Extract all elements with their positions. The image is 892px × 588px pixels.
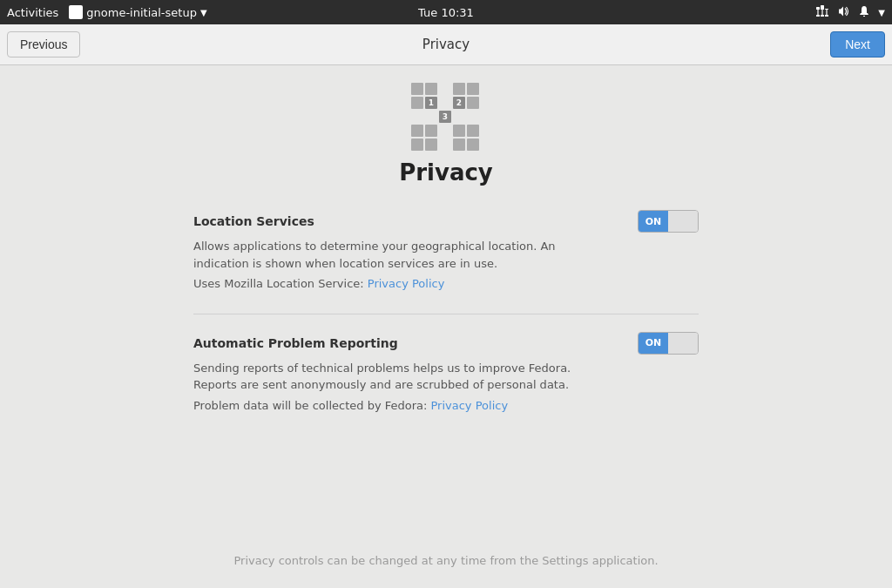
location-services-toggle[interactable]: ON	[638, 210, 699, 233]
privacy-icon: 1 2 3	[411, 83, 481, 145]
notification-icon[interactable]	[857, 4, 871, 21]
audio-icon[interactable]	[836, 4, 850, 21]
pixel-r2c3	[439, 97, 451, 109]
pixel-r4c2	[425, 125, 437, 137]
pixel-digit-2: 2	[453, 97, 465, 109]
next-button[interactable]: Next	[830, 31, 885, 57]
pixel-r3c5	[467, 111, 479, 123]
settings-divider	[193, 314, 699, 314]
auto-reporting-header: Automatic Problem Reporting ON	[193, 332, 699, 355]
topbar-time: Tue 10:31	[418, 6, 474, 19]
topbar-left: Activities gnome-initial-setup ▼	[7, 5, 207, 19]
app-name-area[interactable]: gnome-initial-setup ▼	[69, 5, 206, 19]
pixel-digit-3: 3	[439, 111, 451, 123]
topbar: Activities gnome-initial-setup ▼ Tue 10:…	[0, 0, 892, 24]
auto-reporting-label: Automatic Problem Reporting	[193, 336, 398, 350]
app-icon	[69, 5, 83, 19]
page-heading: Privacy	[399, 159, 493, 186]
main-content: 1 2 3 Privacy	[0, 65, 892, 588]
auto-reporting-row: Automatic Problem Reporting ON Sending r…	[193, 332, 699, 415]
topbar-right: ▼	[815, 4, 885, 21]
pixel-digit-1: 1	[425, 97, 437, 109]
auto-policy-link[interactable]: Privacy Policy	[431, 399, 509, 412]
pixel-r5c4	[453, 139, 465, 151]
pixel-r1c5	[467, 83, 479, 95]
system-menu-icon[interactable]: ▼	[878, 8, 885, 17]
auto-reporting-policy: Problem data will be collected by Fedora…	[193, 397, 629, 415]
auto-toggle-on-label: ON	[639, 333, 668, 354]
activities-button[interactable]: Activities	[7, 6, 58, 19]
settings-container: Location Services ON Allows applications…	[193, 210, 699, 435]
pixel-r3c2	[425, 111, 437, 123]
toggle-on-label: ON	[639, 211, 668, 232]
location-services-label: Location Services	[193, 214, 314, 228]
location-policy-link[interactable]: Privacy Policy	[368, 277, 445, 290]
pixel-r4c4	[453, 125, 465, 137]
pixel-r5c1	[411, 139, 423, 151]
pixel-r2c5	[467, 97, 479, 109]
location-services-description: Allows applications to determine your ge…	[193, 238, 629, 272]
svg-rect-2	[825, 9, 828, 10]
pixel-r4c1	[411, 125, 423, 137]
page-title: Privacy	[422, 37, 470, 52]
location-services-policy: Uses Mozilla Location Service: Privacy P…	[193, 275, 629, 293]
app-dropdown-icon[interactable]: ▼	[200, 8, 207, 17]
pixel-r4c5	[467, 125, 479, 137]
pixel-r5c5	[467, 139, 479, 151]
pixel-r4c3	[439, 125, 451, 137]
location-policy-prefix: Uses Mozilla Location Service:	[193, 277, 368, 290]
location-services-header: Location Services ON	[193, 210, 699, 233]
svg-rect-3	[816, 15, 820, 17]
svg-rect-0	[816, 7, 820, 10]
app-name-label: gnome-initial-setup	[86, 6, 197, 19]
pixel-r1c1	[411, 83, 423, 95]
pixel-r1c3	[439, 83, 451, 95]
auto-reporting-toggle[interactable]: ON	[638, 332, 699, 355]
svg-rect-4	[821, 15, 824, 17]
footer-note: Privacy controls can be changed at any t…	[233, 554, 658, 567]
pixel-r1c4	[453, 83, 465, 95]
pixel-r3c4	[453, 111, 465, 123]
previous-button[interactable]: Previous	[7, 31, 80, 57]
pixel-r3c1	[411, 111, 423, 123]
pixel-r5c3	[439, 139, 451, 151]
location-services-row: Location Services ON Allows applications…	[193, 210, 699, 293]
svg-rect-5	[825, 15, 828, 17]
pixel-r2c1	[411, 97, 423, 109]
svg-rect-1	[821, 5, 824, 10]
pixel-r1c2	[425, 83, 437, 95]
auto-reporting-description: Sending reports of technical problems he…	[193, 360, 629, 394]
headerbar: Previous Privacy Next	[0, 24, 892, 65]
pixel-r5c2	[425, 139, 437, 151]
toggle-off-area	[668, 211, 698, 232]
network-icon[interactable]	[815, 4, 829, 21]
auto-toggle-off-area	[668, 333, 698, 354]
auto-policy-prefix: Problem data will be collected by Fedora…	[193, 399, 431, 412]
